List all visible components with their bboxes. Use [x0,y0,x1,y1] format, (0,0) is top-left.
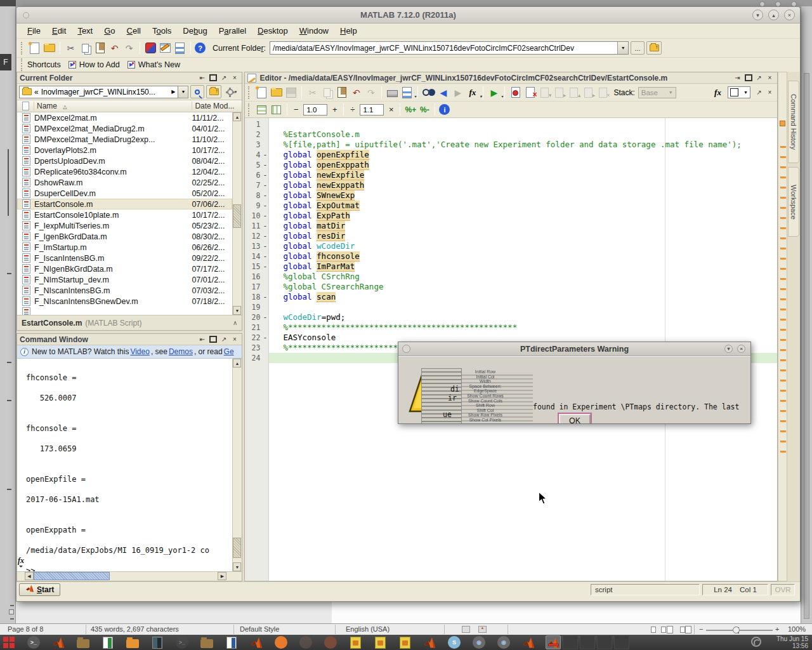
function-browser-icon[interactable]: fx [18,556,24,567]
multiply-button[interactable]: × [386,105,396,114]
file-row[interactable]: EstartConsole.m07/06/2... [17,199,232,209]
maximize-panel-icon[interactable] [208,335,218,344]
collapse-details-icon[interactable]: ∧ [233,319,237,326]
warning-mark-icon[interactable] [780,288,786,290]
redo-icon[interactable]: ↷ [364,86,377,99]
start-button[interactable]: Start [19,583,60,596]
date-column-header[interactable]: Date Mod... [192,102,242,110]
whats-new-link[interactable]: What's New [138,60,180,69]
warning-mark-icon[interactable] [780,369,786,371]
increase-button[interactable]: + [329,105,340,114]
file-row[interactable]: F_NIgenBkGrdData.m07/17/2... [17,263,232,274]
file-row[interactable]: EstartConsole10plate.m10/17/2... [17,209,232,220]
console-output[interactable]: fhconsole = 526.0007 fhconsole = 173.065… [26,359,232,571]
lo-zoom-out[interactable]: − [699,625,703,633]
comment-icon[interactable]: %+ [403,105,417,114]
warning-mark-icon[interactable] [780,187,786,189]
file-row[interactable]: F_IexpMultiTseries.m05/23/2... [17,220,232,231]
warning-mark-icon[interactable] [780,410,786,412]
function-hints-icon[interactable]: fx [711,86,724,99]
file-row[interactable]: DoverlayPlots2.m10/17/2... [17,145,232,156]
empty-slot[interactable] [597,635,612,649]
value-input-2[interactable] [360,104,384,116]
type-column-icon[interactable] [17,102,34,110]
clock[interactable]: Thu Jun 15 13:56 [776,635,808,649]
undock-icon[interactable]: ↗ [754,74,764,83]
scroll-down-icon[interactable]: ▼ [233,562,241,571]
warning-mark-icon[interactable] [780,380,786,381]
undock-icon[interactable]: ↗ [754,88,764,97]
lo-zoom-level[interactable]: 100% [788,625,806,633]
scroll-up-icon[interactable]: ▲ [233,359,241,368]
lo-word-count[interactable]: 435 words, 2,697 characters [91,625,179,633]
dialog-titlebar[interactable]: PTdirectParameters Warning ▾ × [398,342,750,356]
menu-desktop[interactable]: Desktop [252,25,294,37]
close-button[interactable]: × [784,10,795,20]
dock-icon[interactable]: ⇤ [197,335,207,344]
menu-edit[interactable]: Edit [46,25,72,37]
dialog-menu-icon[interactable] [402,345,410,353]
lo-language[interactable]: English (USA) [346,625,390,633]
warnings-indicator-icon[interactable] [780,121,785,126]
terminal-icon[interactable]: >_ [174,635,190,649]
editor-header[interactable]: Editor - /media/data/EASY/InovImager_jwr… [245,72,777,84]
menu-text[interactable]: Text [72,25,98,37]
cut-icon[interactable]: ✂ [64,41,77,55]
file-row[interactable]: DshowRaw.m02/25/2... [17,177,232,188]
dock-icon[interactable]: ⇥ [733,74,742,83]
warning-mark-icon[interactable] [780,319,786,321]
file-row[interactable]: F_IscanIntensBG.m09/22/2... [17,253,232,263]
maximize-button[interactable]: ▴ [768,10,779,20]
breadcrumb-arrow[interactable]: ▶ [171,89,175,95]
matlab-icon[interactable] [249,635,264,649]
folder-icon[interactable] [199,635,214,649]
file-row[interactable]: DMPexcel2mat_MediaDrug2.m04/01/2... [17,123,232,134]
app-menu-icon[interactable] [1,635,16,649]
close-panel-icon[interactable]: × [765,74,775,83]
firefox-icon[interactable] [273,635,289,649]
decrease-button[interactable]: − [291,105,301,114]
warning-mark-icon[interactable] [780,278,786,280]
warning-mark-icon[interactable] [780,349,786,351]
window-menu-icon[interactable] [23,12,29,18]
file-row[interactable]: DReplicate96to384conv.m12/04/2... [17,166,232,177]
warning-mark-icon[interactable] [780,451,786,453]
menu-help[interactable]: Help [334,25,363,37]
undock-icon[interactable]: ↗ [219,335,228,344]
ok-button[interactable]: OK [559,414,591,423]
cut-icon[interactable]: ✂ [306,86,319,99]
matlab-icon[interactable] [422,635,437,649]
lo-view-multi-icon[interactable] [661,627,666,633]
scroll-up-icon[interactable]: ▲ [233,112,241,121]
maximize-panel-icon[interactable] [208,74,218,83]
yellow-app-icon[interactable] [397,635,412,649]
value-input-1[interactable] [303,104,327,116]
warning-mark-icon[interactable] [780,227,786,229]
globe-icon[interactable] [298,635,313,649]
folder-icon[interactable] [75,635,91,649]
dock-icon[interactable]: ⇤ [197,74,207,83]
warning-mark-icon[interactable] [780,217,786,219]
file-row[interactable]: F_NImStartup_dev.m07/01/2... [17,274,232,285]
getting-started-link[interactable]: Ge [224,347,234,356]
simulink-icon[interactable] [144,41,157,55]
camera-icon[interactable]: ◉ [471,635,487,649]
dialog-minimize-icon[interactable]: ▾ [724,345,733,353]
paste-icon[interactable] [93,41,107,55]
warning-mark-icon[interactable] [780,176,786,178]
file-row[interactable] [17,307,232,315]
camera-icon[interactable]: ◉ [496,635,511,649]
profiler-icon[interactable] [173,41,187,55]
split-screen-combo[interactable]: ▼ [728,86,750,98]
guide-icon[interactable] [159,41,172,55]
warning-mark-icon[interactable] [780,359,786,361]
warning-mark-icon[interactable] [780,207,786,209]
scroll-right-icon[interactable]: ▶ [218,572,226,580]
close-panel-icon[interactable]: × [230,74,239,83]
go-back-icon[interactable]: ◀ [436,86,450,99]
warning-mark-icon[interactable] [780,166,786,168]
warning-mark-icon[interactable] [780,329,786,331]
name-column-header[interactable]: Name △ [34,102,192,110]
print-preview-icon[interactable]: ▾ [400,86,414,99]
warning-mark-icon[interactable] [780,298,786,300]
